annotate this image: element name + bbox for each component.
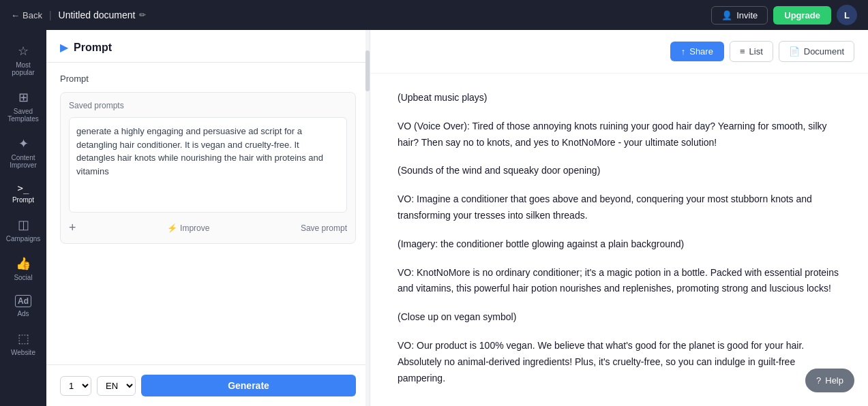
left-panel: ▶ Prompt Prompt Saved prompts + ⚡ Improv… bbox=[46, 30, 370, 406]
help-button[interactable]: ? Help bbox=[805, 369, 854, 392]
thumbs-up-icon: 👍 bbox=[16, 256, 31, 271]
document-title: Untitled document ✏ bbox=[59, 10, 147, 20]
prompt-actions: + ⚡ Improve Save prompt bbox=[69, 215, 347, 235]
saved-prompts-box: Saved prompts + ⚡ Improve Save prompt bbox=[60, 92, 356, 244]
topbar-divider: | bbox=[49, 10, 52, 20]
avatar[interactable]: L bbox=[837, 5, 857, 25]
list-icon: ≡ bbox=[740, 46, 745, 57]
website-icon: ⬚ bbox=[18, 331, 29, 346]
panel-title: Prompt bbox=[74, 42, 112, 54]
content-para-3: VO: Imagine a conditioner that goes abov… bbox=[398, 191, 841, 224]
content-para-5: VO: KnotNoMore is no ordinary conditione… bbox=[398, 265, 841, 298]
sidebar: ☆ Most popular ⊞ Saved Templates ✦ Conte… bbox=[0, 30, 46, 406]
edit-icon[interactable]: ✏ bbox=[139, 10, 146, 20]
ad-icon: Ad bbox=[15, 295, 31, 307]
grid-icon: ⊞ bbox=[18, 90, 29, 105]
sidebar-item-social[interactable]: 👍 Social bbox=[3, 251, 44, 287]
main-layout: ☆ Most popular ⊞ Saved Templates ✦ Conte… bbox=[0, 30, 868, 406]
topbar: ← Back | Untitled document ✏ 👤 Invite Up… bbox=[0, 0, 868, 30]
sidebar-item-saved-templates[interactable]: ⊞ Saved Templates bbox=[3, 84, 44, 128]
prompt-textarea[interactable] bbox=[69, 117, 347, 213]
document-view-button[interactable]: 📄 Document bbox=[779, 41, 854, 62]
content-para-4: (Imagery: the conditioner bottle glowing… bbox=[398, 236, 841, 253]
count-select[interactable]: 1 2 3 bbox=[60, 376, 91, 396]
add-button[interactable]: + bbox=[69, 221, 76, 235]
sidebar-item-most-popular[interactable]: ☆ Most popular bbox=[3, 38, 44, 82]
right-panel-header: ↑ Share ≡ List 📄 Document bbox=[370, 30, 868, 74]
right-panel: ↑ Share ≡ List 📄 Document (Upbeat music … bbox=[370, 30, 868, 406]
panel-header: ▶ Prompt bbox=[46, 30, 370, 63]
upgrade-button[interactable]: Upgrade bbox=[773, 6, 831, 25]
star-icon: ☆ bbox=[18, 44, 29, 59]
content-para-0: (Upbeat music plays) bbox=[398, 90, 841, 106]
topbar-left: ← Back | Untitled document ✏ bbox=[11, 10, 703, 20]
topbar-right: 👤 Invite Upgrade L bbox=[711, 5, 857, 25]
panel-content: Prompt Saved prompts + ⚡ Improve Save pr… bbox=[46, 63, 370, 364]
lightning-icon: ⚡ bbox=[167, 223, 177, 233]
content-area: (Upbeat music plays) VO (Voice Over): Ti… bbox=[370, 74, 868, 406]
content-para-6: (Close up on vegan symbol) bbox=[398, 309, 841, 326]
generate-button[interactable]: Generate bbox=[141, 375, 356, 396]
sidebar-item-website[interactable]: ⬚ Website bbox=[3, 326, 44, 362]
panel-scrollbar[interactable] bbox=[365, 30, 370, 406]
sidebar-item-campaigns[interactable]: ◫ Campaigns bbox=[3, 212, 44, 248]
share-icon: ↑ bbox=[681, 46, 686, 57]
panel-header-icon: ▶ bbox=[60, 41, 68, 54]
content-para-2: (Sounds of the wind and squeaky door ope… bbox=[398, 163, 841, 179]
help-icon: ? bbox=[816, 375, 821, 386]
prompt-icon: >_ bbox=[18, 183, 29, 193]
panel-scroll-thumb bbox=[365, 50, 370, 91]
sidebar-item-ads[interactable]: Ad Ads bbox=[3, 290, 44, 323]
saved-prompts-title: Saved prompts bbox=[69, 101, 347, 110]
invite-button[interactable]: 👤 Invite bbox=[711, 6, 768, 25]
share-button[interactable]: ↑ Share bbox=[670, 42, 724, 61]
language-select[interactable]: EN FR ES bbox=[97, 376, 136, 396]
person-icon: 👤 bbox=[721, 10, 732, 20]
sparkle-icon: ✦ bbox=[18, 136, 29, 151]
campaigns-icon: ◫ bbox=[18, 217, 29, 232]
save-prompt-button[interactable]: Save prompt bbox=[301, 223, 347, 233]
document-icon: 📄 bbox=[789, 46, 800, 57]
back-button[interactable]: ← Back bbox=[11, 10, 42, 20]
improve-button[interactable]: ⚡ Improve bbox=[167, 223, 209, 233]
panel-footer: 1 2 3 EN FR ES Generate bbox=[46, 364, 370, 406]
content-para-1: VO (Voice Over): Tired of those annoying… bbox=[398, 119, 841, 151]
sidebar-item-content-improver[interactable]: ✦ Content Improver bbox=[3, 131, 44, 174]
sidebar-item-prompt[interactable]: >_ Prompt bbox=[3, 177, 44, 209]
list-view-button[interactable]: ≡ List bbox=[730, 41, 773, 62]
content-para-7: VO: Our product is 100% vegan. We believ… bbox=[398, 338, 841, 386]
section-label: Prompt bbox=[60, 74, 356, 84]
